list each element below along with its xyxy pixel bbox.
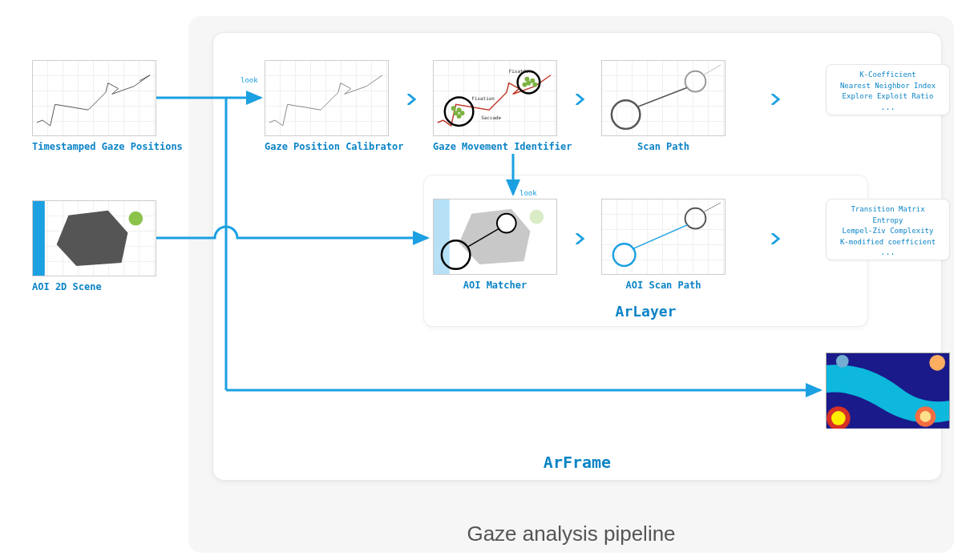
aoi-scan-path-thumb xyxy=(601,199,726,275)
svg-text:Fixation: Fixation xyxy=(509,69,532,74)
arframe-title: ArFrame xyxy=(544,453,611,472)
svg-point-36 xyxy=(920,411,931,422)
svg-line-21 xyxy=(703,65,721,75)
aoi-scan-path-label: AOI Scan Path xyxy=(601,280,726,291)
aoi-scan-path-analyzer: Transition Matrix Entropy Lempel-Ziv Com… xyxy=(826,199,950,260)
svg-text:Saccade: Saccade xyxy=(481,115,501,120)
svg-point-34 xyxy=(831,411,846,425)
aoi-matcher-label: AOI Matcher xyxy=(433,280,557,291)
gaze-positions-label: Timestamped Gaze Positions xyxy=(32,141,183,152)
gaze-calibrator: Gaze Position Calibrator xyxy=(265,60,403,152)
gaze-calibrator-label: Gaze Position Calibrator xyxy=(265,141,403,152)
svg-point-18 xyxy=(612,100,641,129)
arlayer-title: ArLayer xyxy=(616,303,677,320)
svg-point-7 xyxy=(457,114,462,119)
svg-point-19 xyxy=(685,71,706,92)
analyzer-dots: ... xyxy=(830,103,946,111)
look-label-b: look xyxy=(519,189,537,197)
analyzer-item: K-Coefficient xyxy=(830,70,946,81)
gaze-calibrator-thumb xyxy=(265,60,389,136)
chevron-right-icon xyxy=(406,93,417,104)
chevron-right-icon xyxy=(574,232,585,244)
chevron-right-icon xyxy=(574,93,585,104)
svg-point-37 xyxy=(929,355,945,371)
analyzer-item: Explore Exploit Ratio xyxy=(830,91,946,103)
svg-point-38 xyxy=(836,355,849,368)
heatmap-thumb xyxy=(826,353,950,429)
svg-point-24 xyxy=(529,210,544,224)
analyzer-item: Transition Matrix xyxy=(830,204,946,216)
svg-rect-22 xyxy=(434,199,450,275)
scan-path-analyzer: K-Coefficient Nearest Neighbor Index Exp… xyxy=(826,64,950,115)
analyzer-dots: ... xyxy=(830,248,946,256)
analyzer-item: Lempel-Ziv Complexity xyxy=(830,226,946,237)
gaze-movement-identifier: Fixation Fixation Saccade Gaze Movement … xyxy=(433,60,572,152)
aoi-scene-thumb xyxy=(32,200,156,276)
svg-line-20 xyxy=(637,88,686,107)
analyzer-item: Nearest Neighbor Index xyxy=(830,81,946,92)
svg-point-2 xyxy=(128,212,143,226)
svg-point-12 xyxy=(523,83,527,87)
identifier-thumb: Fixation Fixation Saccade xyxy=(433,60,557,136)
input-aoi-scene: AOI 2D Scene xyxy=(32,200,156,292)
svg-point-11 xyxy=(532,83,537,87)
svg-point-26 xyxy=(497,214,516,233)
identifier-label: Gaze Movement Identifier xyxy=(433,141,572,152)
scan-path-thumb xyxy=(601,60,726,136)
input-gaze-positions: Timestamped Gaze Positions xyxy=(32,60,183,152)
scan-path-label: Scan Path xyxy=(601,141,726,152)
look-label-a: look xyxy=(240,76,258,84)
svg-point-28 xyxy=(613,244,636,266)
aoi-matcher: AOI Matcher xyxy=(433,199,557,291)
svg-point-29 xyxy=(685,208,706,229)
svg-point-9 xyxy=(530,79,535,83)
analyzer-item: Entropy xyxy=(830,216,946,227)
pipeline-title: Gaze analysis pipeline xyxy=(467,522,675,546)
scan-path-analyzer-group: K-Coefficient Nearest Neighbor Index Exp… xyxy=(826,64,950,80)
svg-marker-1 xyxy=(57,211,128,266)
svg-text:Fixation: Fixation xyxy=(471,96,495,101)
aoi-analyzer-group: Transition Matrix Entropy Lempel-Ziv Com… xyxy=(826,199,950,226)
chevron-right-icon xyxy=(770,232,781,244)
svg-rect-0 xyxy=(33,201,45,276)
svg-point-10 xyxy=(525,77,530,82)
svg-point-6 xyxy=(451,106,456,111)
analyzer-item: K-modified coefficient xyxy=(830,237,946,248)
chevron-right-icon xyxy=(770,93,781,104)
svg-line-30 xyxy=(633,225,687,249)
heatmap-group: Heatmap xyxy=(826,353,950,369)
gaze-positions-thumb xyxy=(32,60,156,136)
aoi-scan-path: AOI Scan Path xyxy=(601,199,726,291)
aoi-matcher-thumb xyxy=(433,199,557,275)
aoi-scene-label: AOI 2D Scene xyxy=(32,281,156,292)
scan-path: Scan Path xyxy=(601,60,726,152)
svg-line-31 xyxy=(703,203,721,212)
